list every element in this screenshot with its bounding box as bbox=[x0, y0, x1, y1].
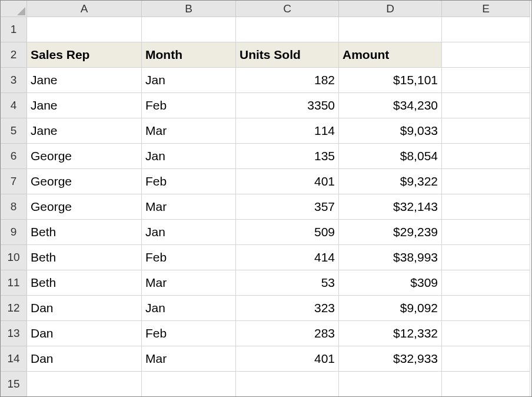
row-header-5[interactable]: 5 bbox=[1, 118, 27, 144]
row-header-13[interactable]: 13 bbox=[1, 321, 27, 346]
spreadsheet-grid: A B C D E 1 2 Sales Rep Month Units Sold… bbox=[1, 1, 531, 397]
cell-b8[interactable]: Mar bbox=[142, 194, 236, 220]
cell-c15[interactable] bbox=[236, 372, 339, 397]
cell-b14[interactable]: Mar bbox=[142, 346, 236, 372]
cell-b11[interactable]: Mar bbox=[142, 270, 236, 296]
cell-b10[interactable]: Feb bbox=[142, 245, 236, 270]
cell-d11[interactable]: $309 bbox=[339, 270, 442, 296]
cell-e8[interactable] bbox=[442, 194, 530, 220]
cell-a1[interactable] bbox=[27, 17, 142, 42]
cell-b13[interactable]: Feb bbox=[142, 321, 236, 346]
cell-e14[interactable] bbox=[442, 346, 530, 372]
cell-c3[interactable]: 182 bbox=[236, 68, 339, 93]
cell-b1[interactable] bbox=[142, 17, 236, 42]
cell-a8[interactable]: George bbox=[27, 194, 142, 220]
cell-d4[interactable]: $34,230 bbox=[339, 93, 442, 118]
cell-e3[interactable] bbox=[442, 68, 530, 93]
cell-e12[interactable] bbox=[442, 296, 530, 321]
row-header-15[interactable]: 15 bbox=[1, 372, 27, 397]
column-header-c[interactable]: C bbox=[236, 1, 339, 17]
cell-e11[interactable] bbox=[442, 270, 530, 296]
row-header-4[interactable]: 4 bbox=[1, 93, 27, 118]
row-header-8[interactable]: 8 bbox=[1, 194, 27, 220]
cell-a10[interactable]: Beth bbox=[27, 245, 142, 270]
cell-e7[interactable] bbox=[442, 169, 530, 194]
cell-c11[interactable]: 53 bbox=[236, 270, 339, 296]
column-header-b[interactable]: B bbox=[142, 1, 236, 17]
cell-c4[interactable]: 3350 bbox=[236, 93, 339, 118]
cell-d2[interactable]: Amount bbox=[339, 42, 442, 68]
row-header-12[interactable]: 12 bbox=[1, 296, 27, 321]
cell-d8[interactable]: $32,143 bbox=[339, 194, 442, 220]
cell-d7[interactable]: $9,322 bbox=[339, 169, 442, 194]
cell-c10[interactable]: 414 bbox=[236, 245, 339, 270]
cell-e13[interactable] bbox=[442, 321, 530, 346]
cell-e15[interactable] bbox=[442, 372, 530, 397]
cell-e4[interactable] bbox=[442, 93, 530, 118]
cell-d3[interactable]: $15,101 bbox=[339, 68, 442, 93]
cell-e1[interactable] bbox=[442, 17, 530, 42]
cell-c2[interactable]: Units Sold bbox=[236, 42, 339, 68]
row-header-9[interactable]: 9 bbox=[1, 220, 27, 245]
cell-d5[interactable]: $9,033 bbox=[339, 118, 442, 144]
cell-c6[interactable]: 135 bbox=[236, 144, 339, 169]
row-header-11[interactable]: 11 bbox=[1, 270, 27, 296]
cell-b4[interactable]: Feb bbox=[142, 93, 236, 118]
cell-c5[interactable]: 114 bbox=[236, 118, 339, 144]
cell-c14[interactable]: 401 bbox=[236, 346, 339, 372]
column-header-a[interactable]: A bbox=[27, 1, 142, 17]
cell-a2[interactable]: Sales Rep bbox=[27, 42, 142, 68]
cell-d1[interactable] bbox=[339, 17, 442, 42]
cell-d6[interactable]: $8,054 bbox=[339, 144, 442, 169]
cell-b12[interactable]: Jan bbox=[142, 296, 236, 321]
row-header-1[interactable]: 1 bbox=[1, 17, 27, 42]
cell-b9[interactable]: Jan bbox=[142, 220, 236, 245]
cell-c9[interactable]: 509 bbox=[236, 220, 339, 245]
select-all-corner[interactable] bbox=[1, 1, 27, 17]
cell-e10[interactable] bbox=[442, 245, 530, 270]
column-header-d[interactable]: D bbox=[339, 1, 442, 17]
cell-a5[interactable]: Jane bbox=[27, 118, 142, 144]
cell-d12[interactable]: $9,092 bbox=[339, 296, 442, 321]
cell-b6[interactable]: Jan bbox=[142, 144, 236, 169]
row-header-10[interactable]: 10 bbox=[1, 245, 27, 270]
cell-d14[interactable]: $32,933 bbox=[339, 346, 442, 372]
cell-a6[interactable]: George bbox=[27, 144, 142, 169]
cell-c1[interactable] bbox=[236, 17, 339, 42]
cell-e9[interactable] bbox=[442, 220, 530, 245]
cell-b7[interactable]: Feb bbox=[142, 169, 236, 194]
row-header-3[interactable]: 3 bbox=[1, 68, 27, 93]
cell-a12[interactable]: Dan bbox=[27, 296, 142, 321]
column-header-e[interactable]: E bbox=[442, 1, 530, 17]
cell-c12[interactable]: 323 bbox=[236, 296, 339, 321]
cell-a11[interactable]: Beth bbox=[27, 270, 142, 296]
cell-a7[interactable]: George bbox=[27, 169, 142, 194]
cell-b3[interactable]: Jan bbox=[142, 68, 236, 93]
cell-c13[interactable]: 283 bbox=[236, 321, 339, 346]
cell-a9[interactable]: Beth bbox=[27, 220, 142, 245]
cell-b15[interactable] bbox=[142, 372, 236, 397]
cell-c8[interactable]: 357 bbox=[236, 194, 339, 220]
cell-c7[interactable]: 401 bbox=[236, 169, 339, 194]
cell-e2[interactable] bbox=[442, 42, 530, 68]
row-header-2[interactable]: 2 bbox=[1, 42, 27, 68]
cell-d15[interactable] bbox=[339, 372, 442, 397]
cell-e6[interactable] bbox=[442, 144, 530, 169]
cell-e5[interactable] bbox=[442, 118, 530, 144]
row-header-7[interactable]: 7 bbox=[1, 169, 27, 194]
cell-a15[interactable] bbox=[27, 372, 142, 397]
cell-a4[interactable]: Jane bbox=[27, 93, 142, 118]
cell-a13[interactable]: Dan bbox=[27, 321, 142, 346]
cell-d9[interactable]: $29,239 bbox=[339, 220, 442, 245]
row-header-6[interactable]: 6 bbox=[1, 144, 27, 169]
cell-a14[interactable]: Dan bbox=[27, 346, 142, 372]
row-header-14[interactable]: 14 bbox=[1, 346, 27, 372]
cell-b2[interactable]: Month bbox=[142, 42, 236, 68]
cell-b5[interactable]: Mar bbox=[142, 118, 236, 144]
cell-d13[interactable]: $12,332 bbox=[339, 321, 442, 346]
cell-d10[interactable]: $38,993 bbox=[339, 245, 442, 270]
cell-a3[interactable]: Jane bbox=[27, 68, 142, 93]
